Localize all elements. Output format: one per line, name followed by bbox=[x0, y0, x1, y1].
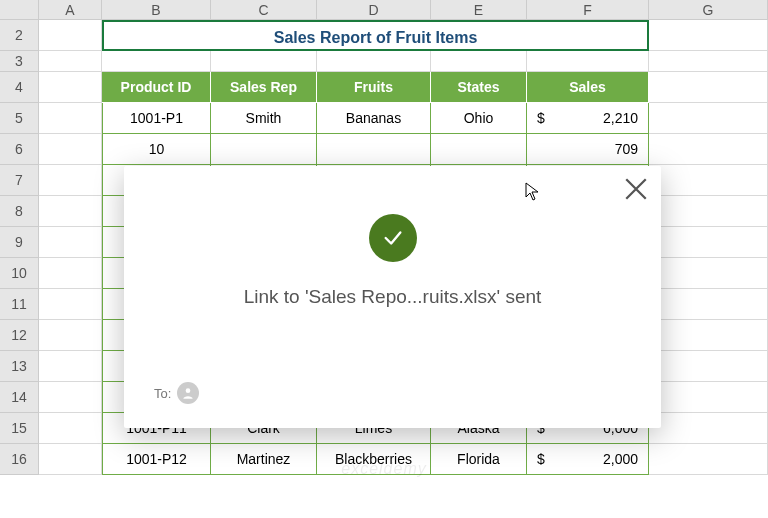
th-product-id[interactable]: Product ID bbox=[102, 72, 211, 103]
cell-A3[interactable] bbox=[39, 51, 102, 72]
col-header-B[interactable]: B bbox=[102, 0, 211, 20]
person-icon bbox=[181, 386, 195, 400]
share-confirmation-dialog: Link to 'Sales Repo...ruits.xlsx' sent T… bbox=[124, 166, 661, 428]
cell-state[interactable]: Ohio bbox=[431, 103, 527, 134]
cell-G6[interactable] bbox=[649, 134, 768, 165]
row-header-12[interactable]: 12 bbox=[0, 320, 39, 351]
row-header-8[interactable]: 8 bbox=[0, 196, 39, 227]
cell-A11[interactable] bbox=[39, 289, 102, 320]
confirmation-message: Link to 'Sales Repo...ruits.xlsx' sent bbox=[124, 286, 661, 308]
cell-B3[interactable] bbox=[102, 51, 211, 72]
cell-G4[interactable] bbox=[649, 72, 768, 103]
svg-point-0 bbox=[186, 388, 191, 393]
cell-product-id[interactable]: 10 bbox=[102, 134, 211, 165]
th-states[interactable]: States bbox=[431, 72, 527, 103]
cell-A5[interactable] bbox=[39, 103, 102, 134]
cell-G14[interactable] bbox=[649, 382, 768, 413]
row-header-14[interactable]: 14 bbox=[0, 382, 39, 413]
row-header-16[interactable]: 16 bbox=[0, 444, 39, 475]
cell-E3[interactable] bbox=[431, 51, 527, 72]
th-sales[interactable]: Sales bbox=[527, 72, 649, 103]
recipients-row: To: bbox=[154, 382, 199, 404]
cell-A12[interactable] bbox=[39, 320, 102, 351]
row-header-15[interactable]: 15 bbox=[0, 413, 39, 444]
col-header-E[interactable]: E bbox=[431, 0, 527, 20]
title-cell[interactable]: Sales Report of Fruit Items bbox=[102, 20, 649, 51]
cell-F3[interactable] bbox=[527, 51, 649, 72]
row-header-13[interactable]: 13 bbox=[0, 351, 39, 382]
row-header-9[interactable]: 9 bbox=[0, 227, 39, 258]
cell-sales-rep[interactable]: Martinez bbox=[211, 444, 317, 475]
row-header-7[interactable]: 7 bbox=[0, 165, 39, 196]
cell-state[interactable] bbox=[431, 134, 527, 165]
col-header-A[interactable]: A bbox=[39, 0, 102, 20]
cell-state[interactable]: Florida bbox=[431, 444, 527, 475]
cell-A6[interactable] bbox=[39, 134, 102, 165]
cell-sales-rep[interactable] bbox=[211, 134, 317, 165]
col-header-D[interactable]: D bbox=[317, 0, 431, 20]
col-header-G[interactable]: G bbox=[649, 0, 768, 20]
cell-G12[interactable] bbox=[649, 320, 768, 351]
cell-A13[interactable] bbox=[39, 351, 102, 382]
cell-G2[interactable] bbox=[649, 20, 768, 51]
close-button[interactable] bbox=[623, 176, 649, 202]
cell-sales[interactable]: $2,210 bbox=[527, 103, 649, 134]
cell-A10[interactable] bbox=[39, 258, 102, 289]
cell-G13[interactable] bbox=[649, 351, 768, 382]
cell-A15[interactable] bbox=[39, 413, 102, 444]
cell-product-id[interactable]: 1001-P12 bbox=[102, 444, 211, 475]
check-icon bbox=[382, 227, 404, 249]
cell-A2[interactable] bbox=[39, 20, 102, 51]
cell-A4[interactable] bbox=[39, 72, 102, 103]
cell-G16[interactable] bbox=[649, 444, 768, 475]
cell-sales[interactable]: 709 bbox=[527, 134, 649, 165]
row-header-11[interactable]: 11 bbox=[0, 289, 39, 320]
cell-A8[interactable] bbox=[39, 196, 102, 227]
cell-D3[interactable] bbox=[317, 51, 431, 72]
cell-G9[interactable] bbox=[649, 227, 768, 258]
cell-A9[interactable] bbox=[39, 227, 102, 258]
cell-C3[interactable] bbox=[211, 51, 317, 72]
row-header-5[interactable]: 5 bbox=[0, 103, 39, 134]
to-label: To: bbox=[154, 386, 171, 401]
cell-G7[interactable] bbox=[649, 165, 768, 196]
col-header-C[interactable]: C bbox=[211, 0, 317, 20]
row-header-4[interactable]: 4 bbox=[0, 72, 39, 103]
col-header-F[interactable]: F bbox=[527, 0, 649, 20]
watermark-text: exceldemy bbox=[341, 460, 426, 478]
select-all-corner[interactable] bbox=[0, 0, 39, 20]
cell-A14[interactable] bbox=[39, 382, 102, 413]
cell-product-id[interactable]: 1001-P1 bbox=[102, 103, 211, 134]
row-header-6[interactable]: 6 bbox=[0, 134, 39, 165]
success-badge bbox=[369, 214, 417, 262]
cell-G3[interactable] bbox=[649, 51, 768, 72]
row-header-2[interactable]: 2 bbox=[0, 20, 39, 51]
recipient-avatar bbox=[177, 382, 199, 404]
th-sales-rep[interactable]: Sales Rep bbox=[211, 72, 317, 103]
cell-A7[interactable] bbox=[39, 165, 102, 196]
cell-fruit[interactable] bbox=[317, 134, 431, 165]
cell-fruit[interactable]: Bananas bbox=[317, 103, 431, 134]
cell-G5[interactable] bbox=[649, 103, 768, 134]
row-header-10[interactable]: 10 bbox=[0, 258, 39, 289]
close-icon bbox=[623, 176, 649, 202]
cell-G15[interactable] bbox=[649, 413, 768, 444]
cell-A16[interactable] bbox=[39, 444, 102, 475]
cell-G8[interactable] bbox=[649, 196, 768, 227]
th-fruits[interactable]: Fruits bbox=[317, 72, 431, 103]
cell-G11[interactable] bbox=[649, 289, 768, 320]
cell-sales[interactable]: $2,000 bbox=[527, 444, 649, 475]
row-header-3[interactable]: 3 bbox=[0, 51, 39, 72]
cell-G10[interactable] bbox=[649, 258, 768, 289]
cell-sales-rep[interactable]: Smith bbox=[211, 103, 317, 134]
